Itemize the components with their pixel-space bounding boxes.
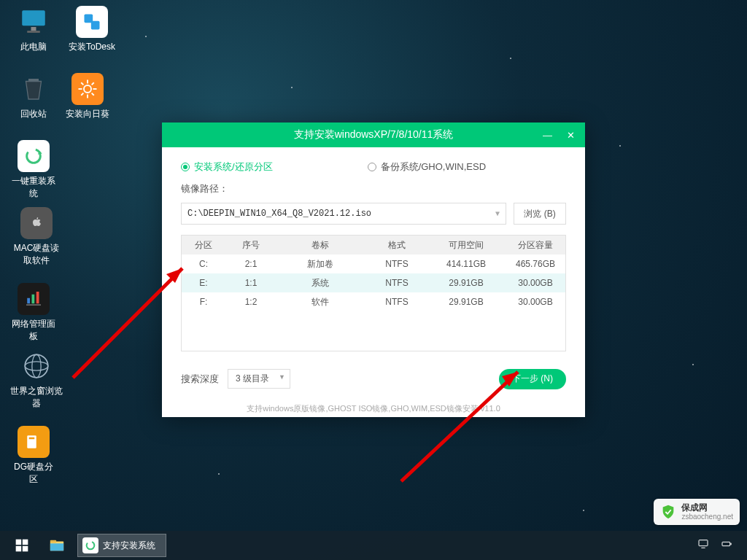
desktop-icon-label: DG硬盘分区 bbox=[10, 461, 57, 486]
svg-rect-16 bbox=[91, 21, 100, 30]
watermark-title: 保成网 bbox=[681, 502, 733, 513]
cell: NTFS bbox=[364, 278, 430, 288]
shield-icon bbox=[660, 504, 676, 520]
taskbar: 支持安装系统 bbox=[0, 531, 747, 560]
svg-rect-36 bbox=[50, 543, 63, 551]
taskbar-running-app[interactable]: 支持安装系统 bbox=[77, 534, 166, 557]
image-path-dropdown[interactable]: C:\DEEPIN_WIN10_X64_Q8_V2021.12.iso ▼ bbox=[181, 203, 506, 225]
desktop-icon-todesk[interactable]: 安装ToDesk bbox=[64, 6, 120, 53]
radio-label: 安装系统/还原分区 bbox=[194, 160, 273, 174]
cell: F: bbox=[182, 297, 225, 307]
tray-battery-icon[interactable] bbox=[721, 538, 732, 553]
svg-rect-7 bbox=[32, 295, 35, 304]
site-watermark: 保成网 zsbaocheng.net bbox=[654, 499, 740, 525]
watermark-url: zsbaocheng.net bbox=[681, 513, 733, 521]
desktop-icon-dg-disk[interactable]: DG硬盘分区 bbox=[10, 426, 57, 486]
radio-install-restore[interactable]: 安装系统/还原分区 bbox=[181, 160, 273, 174]
svg-rect-40 bbox=[722, 542, 730, 545]
cell: 29.91GB bbox=[430, 278, 503, 288]
desktop-icon-label: 世界之窗浏览器 bbox=[10, 385, 63, 410]
svg-rect-14 bbox=[29, 438, 35, 440]
desktop-icon-label: MAC硬盘读取软件 bbox=[10, 242, 63, 267]
svg-line-25 bbox=[81, 93, 83, 96]
dialog-title-text: 支持安装windowsXP/7/8/10/11系统 bbox=[294, 128, 454, 141]
desktop-icon-browser[interactable]: 世界之窗浏览器 bbox=[10, 350, 63, 410]
desktop-icon-mac-disk[interactable]: MAC硬盘读取软件 bbox=[10, 207, 63, 267]
desktop-icon-label: 回收站 bbox=[20, 108, 47, 120]
svg-rect-6 bbox=[27, 298, 30, 304]
browse-button[interactable]: 浏览 (B) bbox=[514, 203, 566, 225]
cell: 新加卷 bbox=[276, 258, 364, 271]
svg-line-24 bbox=[92, 82, 94, 85]
hdr-seq: 序号 bbox=[225, 239, 276, 252]
svg-rect-38 bbox=[699, 540, 708, 546]
radio-dot-icon bbox=[181, 163, 190, 171]
svg-rect-41 bbox=[730, 543, 731, 545]
hdr-fmt: 格式 bbox=[364, 239, 430, 252]
table-row[interactable]: E: 1:1 系统 NTFS 29.91GB 30.00GB bbox=[182, 273, 565, 292]
close-button[interactable]: ✕ bbox=[562, 128, 579, 142]
desktop-icon-this-pc[interactable]: 此电脑 bbox=[10, 6, 57, 53]
desktop-icon-sunflower[interactable]: 安装向日葵 bbox=[64, 73, 111, 120]
hdr-cap: 分区容量 bbox=[503, 239, 568, 252]
svg-line-22 bbox=[81, 82, 83, 85]
cell: 414.11GB bbox=[430, 259, 503, 269]
cell: 1:1 bbox=[225, 278, 276, 288]
svg-point-10 bbox=[25, 354, 48, 378]
pc-icon bbox=[18, 6, 50, 38]
reinstall-icon bbox=[18, 140, 50, 172]
cell: 系统 bbox=[276, 277, 364, 289]
cell: C: bbox=[182, 259, 225, 269]
desktop-icon-recycle-bin[interactable]: 回收站 bbox=[10, 73, 57, 120]
svg-point-4 bbox=[27, 149, 41, 163]
svg-rect-0 bbox=[22, 10, 45, 26]
desktop-icon-label: 安装向日葵 bbox=[66, 108, 109, 120]
desktop-icon-network-panel[interactable]: 网络管理面板 bbox=[10, 283, 57, 343]
search-depth-label: 搜索深度 bbox=[181, 373, 219, 386]
sunflower-icon bbox=[71, 73, 104, 105]
table-row[interactable]: C: 2:1 新加卷 NTFS 414.11GB 465.76GB bbox=[182, 254, 565, 273]
svg-rect-32 bbox=[16, 546, 22, 552]
desktop-icon-reinstall[interactable]: 一键重装系统 bbox=[10, 140, 57, 200]
globe-icon bbox=[20, 350, 53, 382]
image-path-value: C:\DEEPIN_WIN10_X64_Q8_V2021.12.iso bbox=[187, 209, 371, 219]
hdr-part: 分区 bbox=[182, 239, 225, 252]
search-depth-dropdown[interactable]: 3 级目录 bbox=[228, 369, 290, 389]
start-button[interactable] bbox=[4, 531, 39, 560]
cell: 29.91GB bbox=[430, 297, 503, 307]
svg-point-37 bbox=[87, 542, 95, 550]
radio-dot-icon bbox=[368, 163, 376, 171]
table-row[interactable]: F: 1:2 软件 NTFS 29.91GB 30.00GB bbox=[182, 292, 565, 311]
bin-icon bbox=[18, 73, 50, 105]
cell: NTFS bbox=[364, 259, 430, 269]
svg-rect-30 bbox=[16, 540, 22, 545]
tray-monitor-icon[interactable] bbox=[697, 538, 709, 553]
cell: 1:2 bbox=[225, 297, 276, 307]
image-path-label: 镜像路径： bbox=[162, 182, 585, 200]
chevron-down-icon: ▼ bbox=[495, 210, 500, 218]
dialog-title-bar: 支持安装windowsXP/7/8/10/11系统 — ✕ bbox=[162, 122, 585, 147]
svg-rect-33 bbox=[23, 546, 28, 552]
radio-label: 备份系统/GHO,WIN,ESD bbox=[381, 160, 486, 174]
svg-rect-31 bbox=[23, 540, 28, 545]
todesk-icon bbox=[76, 6, 108, 38]
desktop-icon-label: 安装ToDesk bbox=[69, 41, 115, 53]
hdr-vol: 卷标 bbox=[276, 239, 364, 252]
dialog-footer-text: 支持windows原版镜像,GHOST ISO镜像,GHO,WIM,ESD镜像安… bbox=[162, 389, 585, 414]
svg-rect-8 bbox=[36, 292, 39, 303]
cell: 30.00GB bbox=[503, 278, 568, 288]
desktop-icon-label: 网络管理面板 bbox=[10, 318, 57, 343]
svg-rect-9 bbox=[26, 305, 41, 306]
radio-backup[interactable]: 备份系统/GHO,WIN,ESD bbox=[368, 160, 486, 174]
partition-table: 分区 序号 卷标 格式 可用空间 分区容量 C: 2:1 新加卷 NTFS 41… bbox=[181, 235, 566, 351]
hdr-free: 可用空间 bbox=[430, 239, 503, 252]
minimize-button[interactable]: — bbox=[538, 128, 557, 142]
running-app-label: 支持安装系统 bbox=[103, 540, 155, 552]
taskbar-explorer-icon[interactable] bbox=[39, 531, 74, 560]
dg-icon bbox=[18, 426, 50, 458]
svg-rect-3 bbox=[28, 79, 39, 82]
next-button[interactable]: 下一步 (N) bbox=[499, 369, 566, 389]
network-icon bbox=[18, 283, 50, 315]
search-depth-value: 3 级目录 bbox=[236, 373, 269, 384]
cell: 2:1 bbox=[225, 259, 276, 269]
